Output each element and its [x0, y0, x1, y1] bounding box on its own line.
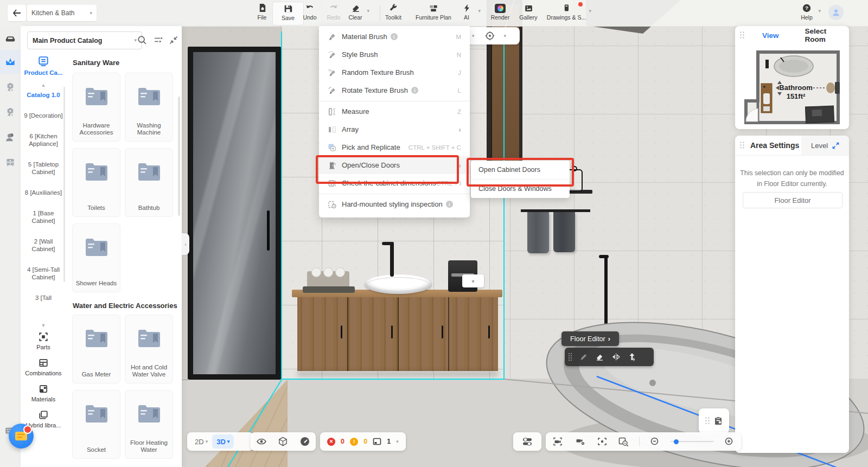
menu-item-check-the-cabinet-dimensions[interactable]: 1 Check the cabinet dimensions CTRL + I	[319, 174, 470, 192]
catalog-card-gas-meter[interactable]: Gas Meter	[72, 315, 120, 383]
category-8-auxiliaries[interactable]: 8 [Auxiliaries]	[21, 189, 66, 196]
issue-counters-bar[interactable]: ✕ 0 ! 0 1 ▾	[320, 432, 406, 451]
submenu-item-open-cabinet-doors[interactable]: Open Cabinet Doors	[471, 161, 570, 179]
catalog-select[interactable]: Main Product Catalog ▾	[27, 31, 142, 49]
tab-view[interactable]: View	[762, 31, 779, 40]
zoom-region-icon[interactable]	[618, 437, 629, 447]
clear-button[interactable]: Clear ▾	[340, 2, 371, 24]
catalog-card-floor-heating-water[interactable]: Floor Heating Water	[125, 390, 173, 459]
mode-3d-button[interactable]: 3D▾	[212, 434, 234, 449]
support-chat-button[interactable]	[9, 424, 34, 449]
zoom-out-icon[interactable]	[650, 437, 660, 447]
camera-settings-icon[interactable]	[575, 437, 586, 446]
expand-icon[interactable]	[832, 142, 839, 149]
filter-icon[interactable]	[153, 35, 164, 46]
tab-select-room[interactable]: Select Room	[805, 27, 849, 43]
tab-area-settings[interactable]: Area Settings	[750, 141, 799, 150]
furniture-plan-button[interactable]: Furniture Plan	[412, 2, 455, 24]
catalog-card-toilets[interactable]: Toilets	[72, 148, 120, 217]
drag-handle[interactable]	[739, 141, 745, 150]
focus-center-icon[interactable]	[597, 437, 608, 446]
scroll-down-icon[interactable]: ▼	[21, 323, 66, 328]
menu-item-array[interactable]: Array ›	[319, 120, 470, 138]
panel-collapse-handle[interactable]: ‹	[182, 233, 189, 255]
menu-item-style-brush[interactable]: Style Brush N	[319, 46, 470, 63]
storage-cabinet-icon[interactable]	[4, 156, 16, 168]
eraser-tool-icon[interactable]	[595, 353, 604, 361]
floor-editor-scene-button[interactable]: Floor Editor ›	[561, 331, 619, 346]
zoom-in-icon[interactable]	[724, 437, 735, 447]
drag-handle[interactable]	[705, 417, 710, 425]
camera-view-select-icon[interactable]	[552, 437, 564, 446]
drawings-button[interactable]: Drawings & S... ▾	[544, 2, 589, 24]
project-selector[interactable]: Kitchen & Bath ▾	[27, 5, 97, 21]
category-3-tall[interactable]: 3 [Tall	[21, 294, 66, 302]
catalog-card-bathtub[interactable]: Bathtub	[125, 148, 173, 217]
drag-handle[interactable]	[568, 353, 572, 361]
category-1-base-cabinet[interactable]: 1 [Base Cabinet]	[21, 209, 66, 225]
scroll-up-icon[interactable]: ▲	[21, 82, 66, 88]
category-6-kitchen-appliance[interactable]: 6 [Kitchen Appliance]	[21, 132, 66, 148]
menu-item-pick-and-replicate[interactable]: Pick and Replicate CTRL + SHIFT + C	[319, 138, 470, 156]
menu-item-measure[interactable]: Measure Z	[319, 101, 470, 120]
help-button[interactable]: ? Help ▾	[792, 2, 822, 24]
chevron-down-icon[interactable]: ▾	[504, 34, 507, 39]
premium-crown-icon[interactable]	[4, 56, 16, 68]
menu-item-random-texture-brush[interactable]: Random Texture Brush J	[319, 63, 470, 81]
visibility-eye-icon[interactable]	[256, 437, 267, 446]
area-settings-panel: Area Settings Level This selection can o…	[735, 136, 849, 453]
category-9-decoration[interactable]: 9 [Decoration]	[21, 112, 66, 119]
floor-editor-button[interactable]: Floor Editor	[743, 192, 843, 208]
render-settings-toggle[interactable]	[513, 432, 541, 451]
floorplan-minimap[interactable]: Bathroom 151ft²	[742, 48, 843, 127]
ai-button[interactable]: AI ▾	[451, 2, 482, 24]
cube-view-icon[interactable]	[278, 436, 288, 447]
content-scrollbar[interactable]	[178, 97, 180, 216]
catalog-card-shower-heads[interactable]: Shower Heads	[72, 223, 120, 292]
furniture-library-icon[interactable]	[4, 33, 16, 44]
badge-icon-2[interactable]	[4, 106, 16, 118]
menu-item-open-close-doors[interactable]: Open/Close Doors ›	[319, 156, 470, 174]
zoom-slider[interactable]	[671, 441, 714, 442]
chevron-down-icon[interactable]: ▾	[396, 439, 399, 444]
minimap-room-label: Bathroom	[779, 84, 812, 92]
flip-tool-icon[interactable]	[611, 353, 621, 361]
menu-item-rotate-texture-brush[interactable]: Rotate Texture Brush i L	[319, 81, 470, 99]
menu-item-hard-mounted-styling-inspection[interactable]: Hard-mounted styling inspection i	[319, 194, 470, 213]
catalog-card-socket[interactable]: Socket	[72, 390, 120, 459]
rail-scrollbar[interactable]	[63, 87, 65, 282]
mode-2d-button[interactable]: 2D▾	[190, 434, 212, 449]
catalog-card-washing-machine[interactable]: Washing Machine	[125, 73, 173, 142]
tab-combinations[interactable]: Combinations	[21, 358, 66, 376]
raise-tool-icon[interactable]	[628, 353, 636, 361]
category-catalog-1-0[interactable]: Catalog 1.0	[21, 91, 66, 99]
camera-target-icon[interactable]	[484, 30, 495, 41]
menu-item-material-brush[interactable]: Material Brush i M	[319, 28, 470, 46]
badge-icon[interactable]	[4, 81, 16, 93]
catalog-card-hardware-accessories[interactable]: Hardware Accessories	[72, 73, 120, 142]
user-avatar[interactable]	[828, 5, 844, 20]
submenu-item-close-doors-windows[interactable]: Close Doors & Windows	[471, 179, 570, 198]
tab-materials[interactable]: Materials	[21, 384, 66, 402]
tab-product-catalog[interactable]: Product Ca...	[21, 55, 66, 76]
category-4-semi-tall-cabinet[interactable]: 4 [Semi-Tall Cabinet]	[21, 266, 66, 281]
render-button[interactable]: Render	[485, 2, 515, 24]
category-2-wall-cabinet[interactable]: 2 [Wall Cabinet]	[21, 238, 66, 253]
canvas-item-dropdown-button[interactable]: ▾	[462, 274, 484, 287]
performance-gauge-icon[interactable]	[299, 436, 310, 447]
toolkit-button[interactable]: Toolkit	[378, 2, 409, 24]
category-5-tabletop-cabinet[interactable]: 5 [Tabletop Cabinet]	[21, 161, 66, 176]
back-button[interactable]	[8, 5, 26, 21]
search-icon[interactable]	[137, 35, 148, 46]
clipboard-button[interactable]	[699, 408, 729, 433]
catalog-card-hot-and-cold-water-valve[interactable]: Hot and Cold Water Valve	[125, 315, 173, 383]
collapse-panel-icon[interactable]	[168, 35, 179, 46]
gallery-button[interactable]: Gallery	[513, 2, 544, 24]
chevron-down-icon[interactable]: ▾	[472, 34, 475, 39]
tab-parts[interactable]: Parts	[21, 332, 66, 350]
drag-handle[interactable]	[739, 31, 745, 40]
tab-level[interactable]: Level	[811, 142, 828, 150]
zoom-slider-handle[interactable]	[674, 439, 679, 444]
pencil-tool-icon[interactable]	[579, 353, 588, 361]
designers-icon[interactable]	[4, 131, 16, 143]
